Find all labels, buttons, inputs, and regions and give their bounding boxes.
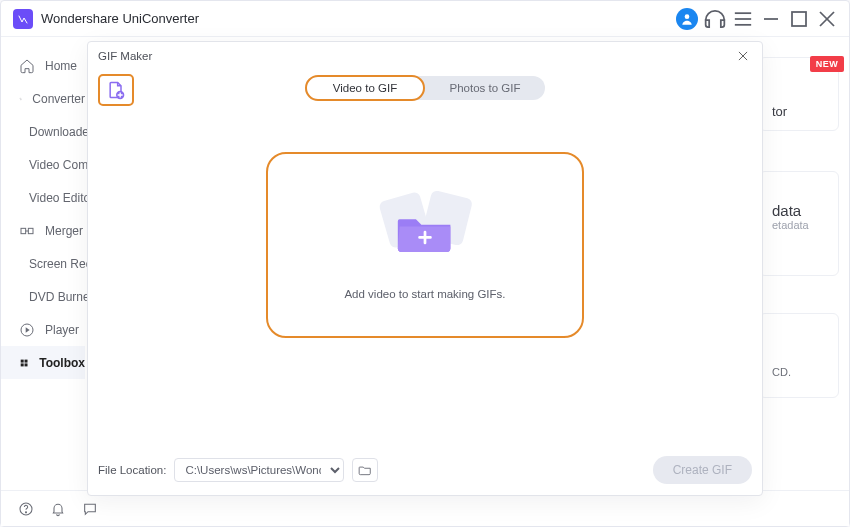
- tab-video-to-gif[interactable]: Video to GIF: [305, 75, 425, 101]
- drop-zone[interactable]: Add video to start making GIFs.: [266, 152, 584, 338]
- sidebar-item-label: Home: [45, 59, 77, 73]
- close-icon[interactable]: [734, 47, 752, 65]
- svg-rect-22: [21, 363, 24, 366]
- sidebar-item-merger[interactable]: Merger: [1, 214, 85, 247]
- title-bar: Wondershare UniConverter: [1, 1, 849, 37]
- sidebar-item-label: Converter: [32, 92, 85, 106]
- create-gif-button[interactable]: Create GIF: [653, 456, 752, 484]
- app-window: Wondershare UniConverter Home: [0, 0, 850, 527]
- menu-icon[interactable]: [729, 5, 757, 33]
- svg-rect-21: [25, 359, 28, 362]
- feedback-icon[interactable]: [77, 496, 103, 522]
- background-card: CD.: [759, 313, 839, 398]
- modal-header: GIF Maker: [88, 42, 762, 70]
- gif-maker-modal: GIF Maker Video to GIF Photos to GIF: [87, 41, 763, 496]
- svg-rect-11: [21, 228, 26, 233]
- browse-folder-button[interactable]: [352, 458, 378, 482]
- svg-rect-12: [28, 228, 33, 233]
- tab-label: Video to GIF: [333, 82, 397, 94]
- sidebar-item-label: Video Editor: [29, 191, 94, 205]
- modal-title: GIF Maker: [98, 50, 152, 62]
- file-location-select[interactable]: C:\Users\ws\Pictures\Wonders: [174, 458, 344, 482]
- card-text: CD.: [772, 366, 826, 378]
- svg-point-0: [685, 14, 690, 19]
- card-text: tor: [772, 104, 826, 119]
- help-icon[interactable]: [13, 496, 39, 522]
- sidebar-item-recorder[interactable]: Screen Recorder: [1, 247, 85, 280]
- sidebar-item-label: Toolbox: [39, 356, 85, 370]
- sidebar-item-dvd[interactable]: DVD Burner: [1, 280, 85, 313]
- folder-plus-icon: [370, 190, 480, 274]
- sidebar-item-player[interactable]: Player: [1, 313, 85, 346]
- maximize-button[interactable]: [785, 5, 813, 33]
- svg-rect-5: [792, 12, 806, 26]
- add-file-button[interactable]: [98, 74, 134, 106]
- sidebar-item-label: Player: [45, 323, 79, 337]
- sidebar-item-editor[interactable]: Video Editor: [1, 181, 85, 214]
- svg-rect-23: [25, 363, 28, 366]
- modal-footer: File Location: C:\Users\ws\Pictures\Wond…: [98, 455, 752, 485]
- sidebar-item-converter[interactable]: Converter: [1, 82, 85, 115]
- file-location-label: File Location:: [98, 464, 166, 476]
- svg-point-28: [25, 511, 26, 512]
- sidebar-item-compressor[interactable]: Video Compressor: [1, 148, 85, 181]
- new-badge: NEW: [810, 56, 844, 72]
- card-title: data: [772, 202, 826, 219]
- sidebar-item-toolbox[interactable]: Toolbox: [1, 346, 85, 379]
- background-card: NEW tor: [759, 57, 839, 131]
- minimize-button[interactable]: [757, 5, 785, 33]
- background-card: data etadata: [759, 171, 839, 276]
- mode-tabs: Video to GIF Photos to GIF: [305, 76, 545, 100]
- close-button[interactable]: [813, 5, 841, 33]
- account-avatar[interactable]: [673, 5, 701, 33]
- sidebar-item-label: Downloader: [29, 125, 93, 139]
- headset-icon[interactable]: [701, 5, 729, 33]
- app-title: Wondershare UniConverter: [41, 11, 673, 26]
- sidebar-item-label: Merger: [45, 224, 83, 238]
- tab-label: Photos to GIF: [450, 82, 521, 94]
- sidebar: Home Converter Downloader Video Compress…: [1, 37, 85, 492]
- tab-photos-to-gif[interactable]: Photos to GIF: [425, 76, 545, 100]
- sidebar-item-downloader[interactable]: Downloader: [1, 115, 85, 148]
- card-sub: etadata: [772, 219, 826, 231]
- app-logo: [13, 9, 33, 29]
- drop-hint: Add video to start making GIFs.: [344, 288, 505, 300]
- sidebar-item-home[interactable]: Home: [1, 49, 85, 82]
- bell-icon[interactable]: [45, 496, 71, 522]
- sidebar-item-label: DVD Burner: [29, 290, 94, 304]
- svg-rect-20: [21, 359, 24, 362]
- background-cards: NEW tor data etadata CD.: [779, 53, 839, 476]
